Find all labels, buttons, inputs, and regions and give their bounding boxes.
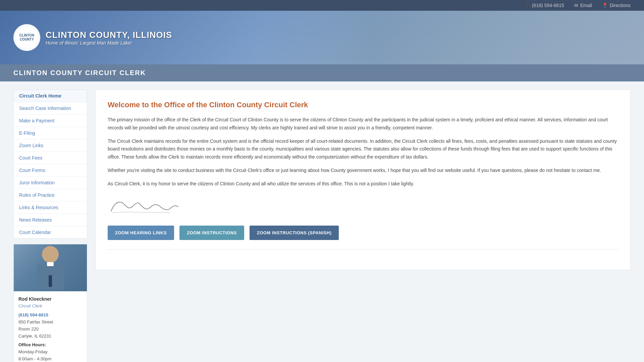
sidebar-item-make-payment[interactable]: Make a Payment [14, 115, 87, 127]
profile-card: Rod Kloeckner Circuit Clerk (618) 594-66… [13, 244, 87, 362]
logo-text-block: CLINTON COUNTY, ILLINOIS Home of Illinoi… [46, 30, 172, 46]
hero-building-bg [258, 11, 644, 64]
sidebar: Circuit Clerk Home Search Case Informati… [13, 89, 87, 362]
main-content: Welcome to the Office of the Clinton Cou… [95, 89, 631, 270]
zoom-instructions-button[interactable]: ZOOM INSTRUCTIONS [179, 226, 244, 240]
sidebar-item-juror-information[interactable]: Juror Information [14, 177, 87, 189]
sidebar-nav: Circuit Clerk Home Search Case Informati… [13, 89, 87, 239]
signature-area [108, 196, 618, 218]
zoom-instructions-spanish-button[interactable]: ZOOM INSTRUCTIONS (SPANISH) [250, 226, 339, 240]
email-label: Email [580, 3, 592, 8]
phone-link[interactable]: 📞 (618) 594-6615 [524, 3, 564, 8]
content-para-1: The primary mission of the office of the… [108, 116, 618, 132]
sidebar-item-court-forms[interactable]: Court Forms [14, 164, 87, 177]
county-title: CLINTON COUNTY, ILLINOIS [46, 30, 172, 40]
sidebar-item-zoom-links[interactable]: Zoom Links [14, 139, 87, 152]
profile-address-line3: Carlyle, IL 62231 [18, 333, 82, 340]
directions-link[interactable]: 📍 Directions [602, 3, 631, 8]
profile-hours-days: Monday-Friday [18, 349, 82, 356]
logo-text: CLINTONCOUNTY [19, 34, 34, 42]
profile-info: Rod Kloeckner Circuit Clerk (618) 594-66… [14, 291, 87, 362]
content-body: The primary mission of the office of the… [108, 116, 618, 188]
main-layout: Circuit Clerk Home Search Case Informati… [0, 81, 644, 362]
profile-address-line2: Room 220 [18, 326, 82, 333]
cta-buttons: ZOOM HEARING LINKS ZOOM INSTRUCTIONS ZOO… [108, 226, 618, 240]
welcome-title: Welcome to the Office of the Clinton Cou… [108, 101, 618, 109]
hero-header: CLINTONCOUNTY CLINTON COUNTY, ILLINOIS H… [0, 11, 644, 64]
profile-phone: (618) 594-6615 [18, 312, 82, 319]
profile-title: Circuit Clerk [18, 303, 82, 310]
page-title: CLINTON COUNTY CIRCUIT CLERK [13, 69, 146, 76]
email-link[interactable]: ✉ Email [574, 3, 592, 8]
profile-address-line1: 850 Fairfax Street [18, 319, 82, 326]
signature-svg [108, 196, 181, 216]
sidebar-item-e-filing[interactable]: E-Filing [14, 127, 87, 139]
county-logo: CLINTONCOUNTY [13, 24, 40, 51]
location-icon: 📍 [602, 3, 608, 8]
page-title-bar: CLINTON COUNTY CIRCUIT CLERK [0, 64, 644, 81]
logo-area: CLINTONCOUNTY CLINTON COUNTY, ILLINOIS H… [0, 17, 185, 58]
profile-photo [14, 244, 87, 291]
profile-hours-label: Office Hours: [18, 342, 82, 349]
content-para-4: As Circuit Clerk, it is my honor to serv… [108, 180, 618, 188]
content-para-2: The Circuit Clerk maintains records for … [108, 137, 618, 161]
sidebar-item-links-resources[interactable]: Links & Resources [14, 201, 87, 214]
top-bar: 📞 (618) 594-6615 ✉ Email 📍 Directions [0, 0, 644, 11]
zoom-hearing-links-button[interactable]: ZOOM HEARING LINKS [108, 226, 174, 240]
profile-name: Rod Kloeckner [18, 295, 82, 303]
profile-hours-time: 8:00am - 4:30pm [18, 356, 82, 362]
content-para-3: Whether you're visiting the site to cond… [108, 167, 618, 175]
email-icon: ✉ [574, 3, 578, 8]
phone-icon: 📞 [524, 3, 530, 8]
sidebar-item-news-releases[interactable]: News Releases [14, 214, 87, 226]
section-divider [108, 249, 618, 250]
phone-number: (618) 594-6615 [532, 3, 564, 8]
sidebar-item-court-calendar[interactable]: Court Calendar [14, 226, 87, 238]
county-subtitle: Home of Illinois' Largest Man Made Lake! [46, 40, 172, 46]
sidebar-item-rules-of-practice[interactable]: Rules of Practice [14, 189, 87, 201]
directions-label: Directions [610, 3, 631, 8]
sidebar-item-circuit-clerk-home[interactable]: Circuit Clerk Home [14, 90, 87, 102]
sidebar-item-court-fees[interactable]: Court Fees [14, 152, 87, 164]
sidebar-item-search-case[interactable]: Search Case Information [14, 102, 87, 115]
